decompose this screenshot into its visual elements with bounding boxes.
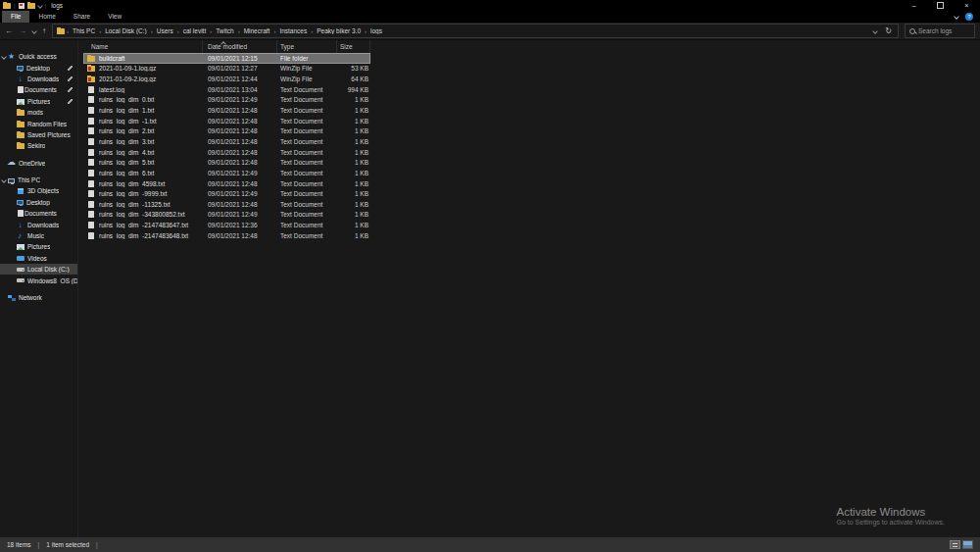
file-row[interactable]: ruins_log_dim_-2147483648.txt 09/01/2021… [83, 230, 370, 241]
file-list-pane: Name Date modified Type Size buildcraft … [78, 40, 980, 537]
breadcrumb-segment[interactable]: logs [368, 27, 384, 34]
file-type: Text Document [280, 201, 339, 208]
qat-customize-chevron-icon[interactable] [37, 3, 43, 9]
sidebar-item[interactable]: Network [0, 292, 77, 303]
sidebar-item[interactable]: Local Disk (C:) [0, 264, 77, 275]
file-row[interactable]: ruins_log_dim_-9999.txt 09/01/2021 12:49… [83, 188, 370, 199]
doc-icon [88, 232, 94, 239]
file-row[interactable]: ruins_log_dim_2.txt 09/01/2021 12:48 Tex… [83, 125, 370, 136]
file-row[interactable]: ruins_log_dim_5.txt 09/01/2021 12:48 Tex… [83, 157, 370, 168]
file-type: Text Document [280, 232, 339, 239]
column-header-name[interactable]: Name [78, 40, 203, 53]
breadcrumb-segment[interactable]: Users [155, 27, 175, 34]
doc-icon [88, 211, 94, 218]
file-row[interactable]: 2021-01-09-1.log.gz 09/01/2021 12:27 Win… [83, 64, 370, 75]
sidebar-item[interactable]: Desktop [0, 62, 77, 73]
expander-chevron-icon[interactable] [1, 54, 7, 60]
ribbon-tab[interactable]: View [99, 11, 130, 23]
address-dropdown-chevron-icon[interactable] [872, 28, 878, 34]
sidebar-item[interactable]: Pictures [0, 241, 77, 252]
file-type: Text Document [280, 222, 339, 228]
file-type: Text Document [280, 138, 339, 145]
sidebar-item[interactable]: OneDrive [0, 158, 77, 169]
sidebar-item[interactable]: Saved Pictures [0, 129, 77, 140]
file-type: Text Document [280, 86, 339, 93]
ribbon-tab[interactable]: Home [29, 11, 64, 23]
title-bar[interactable]: | | logs – × [0, 0, 980, 11]
file-row[interactable]: ruins_log_dim_1.txt 09/01/2021 12:48 Tex… [83, 105, 370, 116]
sidebar-item-label: Music [27, 232, 44, 239]
sidebar-item[interactable]: Videos [0, 253, 77, 264]
ribbon-tab[interactable]: Share [65, 11, 99, 23]
file-row[interactable]: ruins_log_dim_6.txt 09/01/2021 12:49 Tex… [83, 168, 370, 178]
recent-locations-chevron-icon[interactable] [31, 28, 37, 34]
sidebar-item[interactable]: Documents [0, 208, 77, 219]
file-row[interactable]: ruins_log_dim_-1.txt 09/01/2021 12:48 Te… [83, 116, 370, 126]
file-row[interactable]: ruins_log_dim_0.txt 09/01/2021 12:49 Tex… [83, 95, 370, 106]
file-date-modified: 09/01/2021 12:49 [208, 190, 280, 197]
forward-button[interactable]: → [19, 27, 26, 35]
sidebar-item[interactable]: mods [0, 107, 77, 118]
zip-icon [87, 76, 95, 82]
column-header-date-modified[interactable]: Date modified [203, 40, 277, 53]
properties-icon[interactable] [19, 3, 24, 9]
breadcrumb-segment[interactable]: Instances [277, 27, 309, 34]
new-folder-icon[interactable] [27, 3, 35, 9]
file-date-modified: 09/01/2021 12:48 [208, 138, 280, 145]
pin-icon [68, 99, 73, 104]
file-row[interactable]: 2021-01-09-2.log.gz 09/01/2021 12:44 Win… [83, 74, 370, 84]
sidebar-item[interactable]: Quick access [0, 51, 77, 62]
sidebar-item[interactable]: Random Files [0, 118, 77, 128]
file-size: 1 KB [339, 159, 370, 166]
large-icons-view-button[interactable] [962, 540, 973, 549]
sidebar-item[interactable]: Documents [0, 84, 77, 95]
file-row[interactable]: ruins_log_dim_4.txt 09/01/2021 12:48 Tex… [83, 147, 370, 158]
file-type: WinZip File [280, 65, 339, 72]
file-date-modified: 09/01/2021 12:49 [208, 211, 280, 218]
column-header-type[interactable]: Type [277, 40, 337, 53]
file-row[interactable]: latest.log 09/01/2021 13:04 Text Documen… [83, 84, 370, 95]
breadcrumb-segment[interactable]: This PC [71, 27, 97, 34]
column-header-size[interactable]: Size [337, 40, 370, 53]
file-row[interactable]: ruins_log_dim_-2147483647.txt 09/01/2021… [83, 220, 370, 230]
sidebar-item[interactable]: 3D Objects [0, 185, 77, 196]
file-type: Text Document [280, 107, 339, 114]
breadcrumb-segment[interactable]: Twitch [214, 27, 235, 34]
expander-chevron-icon[interactable] [1, 177, 7, 183]
file-name: ruins_log_dim_-9999.txt [99, 190, 167, 197]
breadcrumb-segment[interactable]: Minecraft [242, 27, 272, 34]
file-row[interactable]: ruins_log_dim_-11325.txt 09/01/2021 12:4… [83, 199, 370, 210]
sidebar-item[interactable]: Desktop [0, 197, 77, 208]
monitor-icon [17, 200, 24, 205]
file-row[interactable]: buildcraft 09/01/2021 12:15 File folder [83, 53, 370, 64]
breadcrumb-segment[interactable]: Local Disk (C:) [103, 27, 149, 34]
maximize-button[interactable] [927, 0, 954, 11]
help-icon[interactable]: ? [965, 13, 973, 21]
file-row[interactable]: ruins_log_dim_4598.txt 09/01/2021 12:48 … [83, 178, 370, 189]
sidebar-item-label: Network [19, 294, 42, 301]
sidebar-item[interactable]: Music [0, 230, 77, 241]
sidebar-item-label: Documents [24, 86, 57, 93]
ribbon-expand-chevron-icon[interactable] [954, 14, 959, 20]
back-button[interactable]: ← [5, 27, 13, 35]
breadcrumb-segment[interactable]: cal levitt [181, 27, 208, 34]
sidebar-item[interactable]: Downloads [0, 74, 77, 84]
sidebar-item[interactable]: This PC [0, 175, 77, 185]
up-button[interactable]: ↑ [42, 27, 46, 35]
address-bar[interactable]: › This PC › Local Disk (C:) › Users › [52, 24, 899, 38]
details-view-button[interactable] [950, 540, 960, 549]
file-name: ruins_log_dim_2.txt [99, 127, 154, 134]
minimize-button[interactable]: – [901, 0, 927, 11]
search-box[interactable]: Search logs [905, 24, 975, 38]
pin-icon [68, 87, 73, 92]
file-row[interactable]: ruins_log_dim_-343800852.txt 09/01/2021 … [83, 210, 370, 221]
refresh-icon[interactable]: ↻ [885, 27, 892, 35]
sidebar-item[interactable]: Pictures [0, 96, 77, 107]
sidebar-item[interactable]: Windows8_OS (D:) [0, 275, 77, 285]
close-button[interactable]: × [954, 0, 980, 11]
breadcrumb-segment[interactable]: Peaky biker 3.0 [315, 27, 363, 34]
sidebar-item[interactable]: Downloads [0, 219, 77, 229]
file-row[interactable]: ruins_log_dim_3.txt 09/01/2021 12:48 Tex… [83, 136, 370, 147]
ribbon-tab[interactable]: File [2, 11, 29, 23]
sidebar-item[interactable]: Sekiro [0, 140, 77, 151]
